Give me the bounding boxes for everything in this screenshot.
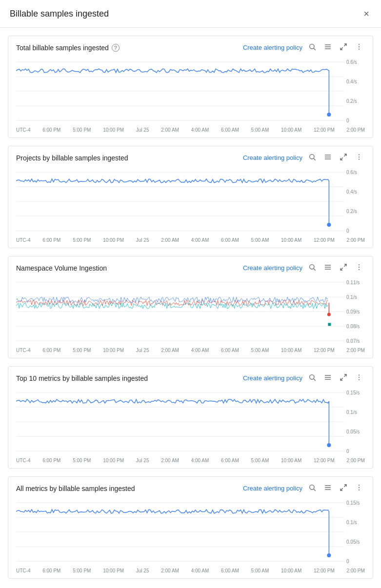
svg-point-28 xyxy=(359,157,360,157)
x-axis-label: 12:00 PM xyxy=(314,458,335,463)
chart-header-2: Projects by billable samples ingestedCre… xyxy=(8,146,373,167)
chart-footer-3: UTC-46:00 PM5:00 PM10:00 PMJul 252:00 AM… xyxy=(8,346,373,358)
svg-rect-24 xyxy=(325,158,331,159)
fullscreen-icon[interactable] xyxy=(338,42,349,53)
svg-text:0.2/s: 0.2/s xyxy=(346,98,357,104)
close-button[interactable]: × xyxy=(361,7,371,20)
svg-line-45 xyxy=(344,264,346,267)
x-axis-label: Jul 25 xyxy=(136,568,149,573)
more-icon[interactable] xyxy=(353,372,365,384)
svg-text:0: 0 xyxy=(346,449,349,454)
fullscreen-icon[interactable] xyxy=(338,152,349,163)
more-icon[interactable] xyxy=(353,152,365,163)
x-axis-label: 10:00 AM xyxy=(281,237,301,243)
svg-line-69 xyxy=(341,378,343,380)
x-axis-label: 5:00 AM xyxy=(251,568,269,573)
chart-area-5: 0.15/s0.1/s0.05/s0 xyxy=(16,498,365,566)
chart-actions-5: Create alerting policy xyxy=(243,483,365,494)
create-alert-link-1[interactable]: Create alerting policy xyxy=(243,44,302,51)
svg-rect-42 xyxy=(325,265,331,265)
chart-header-1: Total billable samples ingested?Create a… xyxy=(8,36,373,57)
x-axis-label: 10:00 PM xyxy=(103,458,124,463)
x-axis-label: 2:00 AM xyxy=(161,237,179,243)
svg-line-5 xyxy=(344,44,346,46)
svg-rect-3 xyxy=(325,46,331,47)
svg-rect-65 xyxy=(325,375,331,375)
svg-text:0.4/s: 0.4/s xyxy=(346,189,357,195)
create-alert-link-4[interactable]: Create alerting policy xyxy=(243,374,302,382)
svg-text:0.15/s: 0.15/s xyxy=(346,390,360,395)
create-alert-link-2[interactable]: Create alerting policy xyxy=(243,154,302,161)
legend-icon[interactable] xyxy=(322,262,334,274)
x-axis-label: 6:00 AM xyxy=(221,458,239,463)
svg-text:0.15/s: 0.15/s xyxy=(346,500,360,506)
svg-line-68 xyxy=(344,374,346,377)
fullscreen-icon[interactable] xyxy=(338,262,349,274)
svg-point-29 xyxy=(359,159,360,160)
chart-actions-3: Create alerting policy xyxy=(243,262,365,274)
x-axis-label: 12:00 PM xyxy=(314,348,335,353)
svg-rect-86 xyxy=(325,487,331,488)
svg-line-84 xyxy=(314,489,316,491)
x-axis-label: 2:00 AM xyxy=(161,568,179,573)
legend-icon[interactable] xyxy=(322,483,334,494)
svg-point-7 xyxy=(359,44,360,45)
create-alert-link-3[interactable]: Create alerting policy xyxy=(243,264,302,272)
search-icon[interactable] xyxy=(306,372,318,384)
create-alert-link-5[interactable]: Create alerting policy xyxy=(243,485,302,492)
x-axis-label: 6:00 AM xyxy=(221,127,239,133)
svg-rect-67 xyxy=(325,379,331,379)
x-axis-label: 5:00 AM xyxy=(251,127,269,133)
x-axis-label: 2:00 AM xyxy=(161,458,179,463)
x-axis-label: 10:00 PM xyxy=(103,348,124,353)
svg-point-9 xyxy=(359,49,360,50)
svg-point-102 xyxy=(327,553,331,557)
fullscreen-icon[interactable] xyxy=(338,483,349,494)
info-icon[interactable]: ? xyxy=(112,44,120,52)
svg-point-39 xyxy=(327,223,331,227)
more-icon[interactable] xyxy=(353,42,365,53)
x-axis-label: 12:00 PM xyxy=(314,568,335,573)
x-axis-label: 4:00 AM xyxy=(191,458,209,463)
svg-rect-43 xyxy=(325,267,331,267)
legend-icon[interactable] xyxy=(322,152,334,163)
chart-title-row-4: Top 10 metrics by billable samples inges… xyxy=(16,374,148,382)
svg-line-21 xyxy=(314,158,316,160)
svg-line-1 xyxy=(314,48,316,50)
x-axis-label: 6:00 PM xyxy=(42,568,60,573)
x-axis-label: Jul 25 xyxy=(136,237,149,243)
more-icon[interactable] xyxy=(353,483,365,494)
svg-point-47 xyxy=(359,264,360,265)
x-axis-label: UTC-4 xyxy=(16,568,30,573)
chart-header-5: All metrics by billable samples ingested… xyxy=(8,477,373,498)
x-axis-label: 10:00 AM xyxy=(281,127,301,133)
x-axis-label: UTC-4 xyxy=(16,458,30,463)
chart-title-5: All metrics by billable samples ingested xyxy=(16,485,135,492)
search-icon[interactable] xyxy=(306,152,318,163)
legend-icon[interactable] xyxy=(322,372,334,384)
svg-point-0 xyxy=(310,44,314,49)
legend-icon[interactable] xyxy=(322,42,334,53)
svg-rect-44 xyxy=(325,269,331,269)
chart-title-row-3: Namespace Volume Ingestion xyxy=(16,264,107,272)
svg-line-26 xyxy=(341,157,343,160)
chart-actions-4: Create alerting policy xyxy=(243,372,365,384)
search-icon[interactable] xyxy=(306,42,318,53)
svg-rect-62 xyxy=(328,323,331,326)
svg-text:0.05/s: 0.05/s xyxy=(346,539,360,545)
x-axis-label: 10:00 PM xyxy=(103,568,124,573)
search-icon[interactable] xyxy=(306,262,318,274)
svg-text:0.1/s: 0.1/s xyxy=(346,520,357,525)
search-icon[interactable] xyxy=(306,483,318,494)
x-axis-label: 2:00 PM xyxy=(347,458,365,463)
svg-point-27 xyxy=(359,154,360,155)
svg-text:0.1/s: 0.1/s xyxy=(346,410,357,415)
svg-text:0.09/s: 0.09/s xyxy=(346,309,360,314)
fullscreen-icon[interactable] xyxy=(338,372,349,384)
more-icon[interactable] xyxy=(353,262,365,274)
svg-rect-22 xyxy=(325,155,331,155)
chart-title-row-2: Projects by billable samples ingested xyxy=(16,154,128,162)
svg-line-25 xyxy=(344,154,346,157)
x-axis-label: 10:00 AM xyxy=(281,458,301,463)
chart-title-2: Projects by billable samples ingested xyxy=(16,154,128,162)
